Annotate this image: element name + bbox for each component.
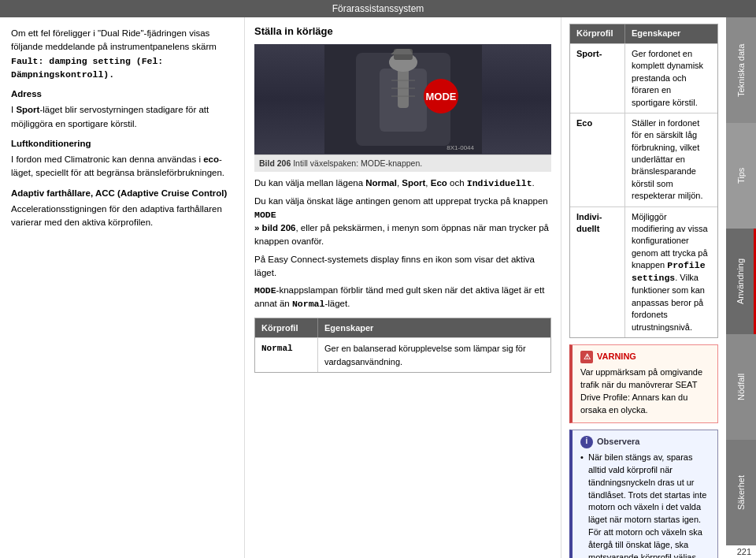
header-title: Förarassistanssystem (332, 3, 424, 14)
table-cell-desc: Ger en balanserad körupplevelse som lämp… (318, 338, 550, 372)
right-cell-sport-desc: Ger fordonet en komplett dynamisk presta… (625, 44, 717, 113)
luftkond-heading: Luftkonditionering (11, 137, 233, 151)
body-text-4: MODE-knappslampan förblir tänd med gult … (254, 284, 551, 311)
sidebar-item-anvandning[interactable]: Användning (726, 229, 756, 334)
right-cell-sport-profile: Sport- (570, 44, 625, 113)
right-header-profile: Körprofil (570, 24, 625, 43)
observera-bullet-1: När bilen stängs av, sparas alltid vald … (580, 452, 710, 558)
right-cell-eco-desc: Ställer in fordonet för en särskilt låg … (625, 113, 717, 206)
luftkond-text: I fordon med Climatronic kan denna använ… (11, 153, 233, 180)
sidebar-item-tips[interactable]: Tips (726, 123, 756, 229)
svg-text:8X1-0044: 8X1-0044 (447, 144, 474, 151)
table-row: Normal Ger en balanserad körupplevelse s… (255, 337, 550, 372)
right-table-row-eco: Eco Ställer in fordonet för en särskilt … (570, 113, 717, 206)
profile-table: Körprofil Egenskaper Normal Ger en balan… (254, 318, 551, 374)
fault-code: Fault: damping setting (Fel: Dämpningsko… (11, 56, 163, 80)
warning-title: ⚠ VARNING (580, 351, 710, 363)
right-header-egenskaper: Egenskaper (625, 24, 717, 43)
body-text-2: Du kan välja önskat läge antingen genom … (254, 195, 551, 249)
svg-text:MODE: MODE (425, 91, 456, 102)
body-text-3: På Easy Connect-systemets display finns … (254, 253, 551, 281)
table-cell-profile: Normal (255, 338, 318, 372)
adaptiv-text: Accelerationsstigningen för den adaptiva… (11, 203, 233, 230)
middle-column: Ställa in körläge (244, 17, 561, 558)
warning-box: ⚠ VARNING Var uppmärksam på omgivande tr… (569, 344, 718, 423)
page-header: Förarassistanssystem (0, 0, 756, 17)
right-cell-eco-profile: Eco (570, 113, 625, 206)
sidebar-item-sakerhet[interactable]: Säkerhet (726, 440, 756, 545)
info-icon: i (580, 436, 593, 448)
eco-label: eco (203, 154, 219, 164)
section-title: Ställa in körläge (254, 24, 551, 39)
sidebar-item-nodfall[interactable]: Nödfall (726, 334, 756, 440)
gear-image: MODE 8X1-0044 (254, 44, 551, 154)
warning-icon: ⚠ (580, 351, 593, 363)
gear-selector-svg: MODE 8X1-0044 (324, 45, 482, 154)
table-header-egenskaper: Egenskaper (318, 318, 550, 338)
sidebar-item-tekniska[interactable]: Tekniska data (726, 17, 756, 123)
right-cell-ind-desc: Möjliggör modifiering av vissa konfigura… (625, 207, 717, 337)
caption-bold: Bild 206 (259, 158, 291, 168)
image-caption: Bild 206 Intill växelspaken: MODE-knappe… (254, 154, 551, 173)
right-column: Körprofil Egenskaper Sport- Ger fordonet… (561, 17, 726, 558)
adress-heading: Adress (11, 87, 233, 101)
right-table-header: Körprofil Egenskaper (570, 24, 717, 43)
page-number: 221 (726, 545, 756, 558)
table-header-profile: Körprofil (255, 318, 318, 338)
sidebar: Tekniska data Tips Användning Nödfall Sä… (726, 17, 756, 558)
observera-box: i Observera När bilen stängs av, sparas … (569, 430, 718, 558)
table-header-row: Körprofil Egenskaper (255, 318, 550, 338)
sport-label: Sport (16, 105, 39, 114)
body-text-1: Du kan välja mellan lägena Normal, Sport… (254, 177, 551, 190)
right-cell-ind-profile: Indivi-duellt (570, 207, 625, 337)
right-table-row-sport: Sport- Ger fordonet en komplett dynamisk… (570, 43, 717, 113)
right-profile-table: Körprofil Egenskaper Sport- Ger fordonet… (569, 24, 718, 338)
warning-text: Var uppmärksam på omgivande trafik när d… (580, 366, 710, 417)
right-table-row-individuellt: Indivi-duellt Möjliggör modifiering av v… (570, 206, 717, 337)
image-area: MODE 8X1-0044 Bild 206 Intill växelspake… (254, 44, 551, 173)
adaptiv-heading: Adaptiv farthållare, ACC (Adaptive Cruis… (11, 187, 233, 200)
intro-paragraph: Om ett fel föreligger i "Dual Ride"-fjäd… (11, 27, 233, 81)
adress-text: I Sport-läget blir servostyrningen stadi… (11, 103, 233, 131)
observera-title: i Observera (580, 436, 710, 448)
caption-text: Intill växelspaken: MODE-knappen. (291, 158, 422, 168)
left-column: Om ett fel föreligger i "Dual Ride"-fjäd… (0, 17, 244, 558)
